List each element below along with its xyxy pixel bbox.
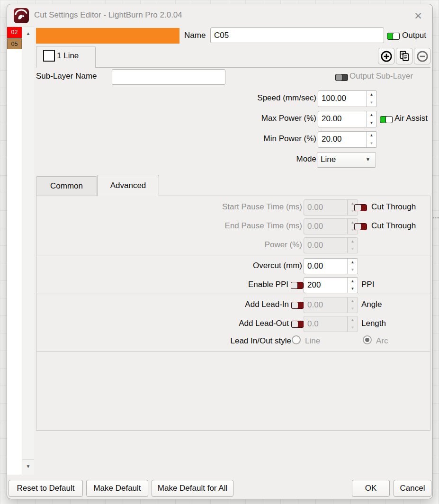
minus-circle-icon <box>416 50 429 63</box>
spin-up-icon[interactable]: ▲ <box>348 278 358 285</box>
speed-label: Speed (mm/sec) <box>257 93 316 103</box>
start-pause-label: Start Pause Time (ms) <box>222 202 302 212</box>
sublayer-checkbox[interactable] <box>43 50 55 62</box>
air-assist-toggle[interactable] <box>380 116 393 123</box>
spin-down-icon: ▼ <box>348 245 358 253</box>
group-separator <box>36 255 430 255</box>
start-cut-through-toggle[interactable] <box>354 204 367 211</box>
spin-down-icon[interactable]: ▼ <box>348 266 358 274</box>
pause-power-spinner: 0.00 ▲▼ <box>304 237 358 253</box>
remove-sublayer-button[interactable] <box>414 48 430 64</box>
enable-ppi-label: Enable PPI <box>248 280 288 289</box>
spin-down-icon: ▼ <box>348 324 358 332</box>
lead-in-spinner: 0.00 ▲▼ <box>304 297 358 313</box>
group-separator <box>36 351 430 352</box>
lead-out-unit-label: Length <box>361 319 386 328</box>
tab-common[interactable]: Common <box>36 176 97 196</box>
tab-advanced[interactable]: Advanced <box>97 175 159 196</box>
end-pause-label: End Pause Time (ms) <box>225 221 302 231</box>
layer-color-swatch[interactable] <box>36 28 179 44</box>
overcut-spinner[interactable]: 0.00 ▲▼ <box>304 258 358 274</box>
lead-out-toggle[interactable] <box>291 321 304 328</box>
min-power-label: Min Power (%) <box>264 134 316 144</box>
start-pause-spinner: 0.00 ▲▼ <box>304 199 358 216</box>
radio-arc[interactable] <box>363 335 372 344</box>
plus-circle-icon <box>380 50 393 63</box>
window-title: Cut Settings Editor - LightBurn Pro 2.0.… <box>34 10 182 20</box>
max-power-spinner[interactable]: 20.00 ▲▼ <box>318 111 377 127</box>
name-label: Name <box>184 31 206 40</box>
radio-arc-label: Arc <box>376 336 388 346</box>
spin-up-icon: ▲ <box>348 297 358 305</box>
ok-button[interactable]: OK <box>352 480 390 497</box>
name-input[interactable] <box>210 27 384 43</box>
mode-label: Mode <box>296 154 316 164</box>
ppi-unit-label: PPI <box>361 280 374 289</box>
sublayer-tab[interactable]: 1 Line <box>36 46 96 68</box>
spin-up-icon: ▲ <box>348 316 358 324</box>
spin-up-icon[interactable]: ▲ <box>367 111 376 119</box>
radio-line[interactable] <box>292 335 301 344</box>
reset-to-default-button[interactable]: Reset to Default <box>9 480 83 497</box>
lead-in-unit-label: Angle <box>361 300 382 309</box>
make-default-for-all-button[interactable]: Make Default for All <box>152 480 233 497</box>
layer-scrollbar[interactable]: ▲ ▼ <box>22 27 34 475</box>
advanced-panel <box>36 196 430 431</box>
spin-up-icon[interactable]: ▲ <box>348 259 358 266</box>
close-icon[interactable]: ✕ <box>411 9 425 23</box>
spin-down-icon[interactable]: ▼ <box>348 285 358 293</box>
layer-list: 02 05 ▲ ▼ <box>7 27 34 475</box>
spin-down-icon[interactable]: ▼ <box>367 140 376 148</box>
start-cut-through-label: Cut Through <box>371 202 416 212</box>
lead-in-toggle[interactable] <box>291 302 304 309</box>
duplicate-sublayer-button[interactable] <box>396 48 412 64</box>
scroll-down-icon[interactable]: ▼ <box>22 461 34 472</box>
ppi-spinner[interactable]: 200 ▲▼ <box>304 277 358 293</box>
lead-in-label: Add Lead-In <box>245 300 289 309</box>
lead-out-label: Add Lead-Out <box>239 319 289 328</box>
lead-out-spinner: 0.0 ▲▼ <box>304 316 358 332</box>
sublayer-tab-label: 1 Line <box>57 51 79 61</box>
cancel-button[interactable]: Cancel <box>394 480 431 497</box>
min-power-spinner[interactable]: 20.00 ▲▼ <box>318 131 377 148</box>
enable-ppi-toggle[interactable] <box>291 282 304 289</box>
add-sublayer-button[interactable] <box>378 48 394 64</box>
sublayer-name-input[interactable] <box>112 69 225 85</box>
spin-down-icon[interactable]: ▼ <box>367 99 376 107</box>
layer-item-05[interactable]: 05 <box>7 38 22 49</box>
end-cut-through-label: Cut Through <box>371 221 416 231</box>
spin-down-icon[interactable]: ▼ <box>367 119 376 127</box>
output-sublayer-label: Output Sub-Layer <box>349 72 413 81</box>
app-icon <box>14 8 29 23</box>
copy-icon <box>398 50 410 62</box>
scroll-up-icon[interactable]: ▲ <box>22 28 34 39</box>
spin-down-icon: ▼ <box>348 305 358 313</box>
make-default-button[interactable]: Make Default <box>86 480 148 497</box>
mode-dropdown[interactable]: Line ▼ <box>317 152 376 168</box>
group-separator <box>36 294 430 294</box>
lead-style-label: Lead In/Out style <box>230 336 291 346</box>
radio-line-label: Line <box>305 336 320 346</box>
output-label: Output <box>402 31 426 40</box>
max-power-label: Max Power (%) <box>261 114 316 123</box>
layer-item-02[interactable]: 02 <box>7 27 22 38</box>
scrollbar-divider <box>22 459 34 460</box>
speed-spinner[interactable]: 100.00 ▲▼ <box>318 90 377 107</box>
output-sublayer-toggle[interactable] <box>335 74 348 81</box>
end-pause-spinner: 0.00 ▲▼ <box>304 218 358 234</box>
cut-settings-dialog: Cut Settings Editor - LightBurn Pro 2.0.… <box>7 4 433 499</box>
chevron-down-icon: ▼ <box>366 157 370 162</box>
end-cut-through-toggle[interactable] <box>354 223 367 230</box>
spin-up-icon[interactable]: ▲ <box>367 132 376 140</box>
spin-up-icon[interactable]: ▲ <box>367 91 376 99</box>
air-assist-label: Air Assist <box>394 114 428 123</box>
pause-power-label: Power (%) <box>265 240 302 250</box>
spin-up-icon: ▲ <box>348 238 358 245</box>
overcut-label: Overcut (mm) <box>253 261 302 270</box>
output-toggle[interactable] <box>387 33 400 40</box>
sublayer-name-label: Sub-Layer Name <box>36 72 97 81</box>
mode-value: Line <box>321 155 336 164</box>
